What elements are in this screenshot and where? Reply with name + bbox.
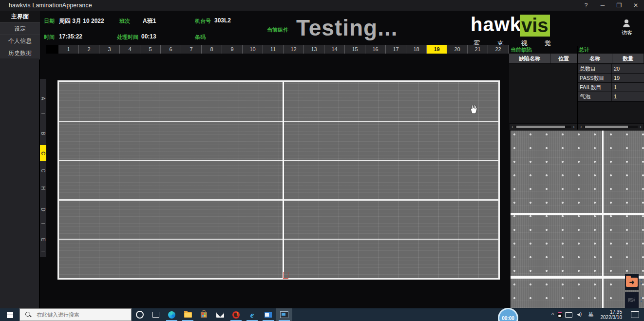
column-tab-9[interactable]: 9: [222, 45, 243, 54]
column-tab-17[interactable]: 17: [386, 45, 406, 54]
row-tab-divider: [41, 113, 45, 114]
sidebar-item-main[interactable]: 主界面: [0, 11, 40, 23]
defect-table-body: [509, 64, 577, 123]
volume-icon[interactable]: [577, 312, 584, 318]
column-tab-20[interactable]: 20: [447, 45, 468, 54]
task-view-icon: [152, 312, 159, 318]
column-tab-12[interactable]: 12: [284, 45, 304, 54]
shift-label: 班次: [119, 18, 130, 25]
column-tab-10[interactable]: 10: [243, 45, 263, 54]
network-icon[interactable]: [565, 312, 572, 318]
scroll-right-arrow[interactable]: ›: [571, 124, 577, 130]
column-tab-2[interactable]: 2: [79, 45, 99, 54]
export-folder-button[interactable]: ➜: [625, 274, 639, 290]
help-button[interactable]: ?: [578, 0, 594, 11]
sidebar-item-history[interactable]: 历史数据: [0, 47, 40, 59]
column-tab-8[interactable]: 8: [202, 45, 222, 54]
taskbar-search[interactable]: [19, 308, 132, 321]
column-tab-22[interactable]: 22: [488, 45, 509, 54]
system-tray: ^ 英 17:35 2022/3/10: [549, 308, 644, 321]
photos-button[interactable]: [260, 308, 276, 321]
sidebar-item-profile[interactable]: 个人信息: [0, 35, 40, 47]
column-tab-16[interactable]: 16: [365, 45, 386, 54]
close-button[interactable]: ✕: [627, 0, 644, 11]
row-tab-divider: [41, 223, 45, 224]
defect-position-column-header[interactable]: 位置: [550, 54, 577, 63]
summary-row-qty: 1: [612, 92, 644, 101]
column-tab-13[interactable]: 13: [304, 45, 324, 54]
file-explorer-button[interactable]: [180, 308, 196, 321]
row-tab-E-6[interactable]: E: [40, 237, 47, 243]
minimize-button[interactable]: ─: [594, 0, 611, 11]
column-tab-5[interactable]: 5: [140, 45, 161, 54]
ime-language-indicator[interactable]: 英: [588, 311, 594, 319]
task-view-button[interactable]: [148, 308, 164, 321]
defect-zoom-preview[interactable]: [511, 131, 644, 308]
summary-table-empty: [578, 102, 644, 123]
column-tab-7[interactable]: 7: [181, 45, 202, 54]
user-avatar-icon[interactable]: [623, 19, 630, 27]
column-tab-11[interactable]: 11: [263, 45, 284, 54]
row-strip-mask-top: [40, 46, 46, 79]
clock-time: 17:35: [610, 309, 622, 315]
camera-off-icon: [627, 297, 636, 303]
sidebar-item-settings[interactable]: 设定: [0, 23, 40, 35]
column-tab-19[interactable]: 19: [427, 45, 447, 54]
column-tab-6[interactable]: 6: [161, 45, 181, 54]
camera-off-button[interactable]: [625, 292, 639, 308]
barcode-label: 条码: [195, 34, 206, 41]
scrollbar-thumb[interactable]: [585, 126, 628, 128]
scrollbar-thumb[interactable]: [516, 126, 565, 128]
row-tab-D-5[interactable]: D: [40, 207, 47, 213]
summary-qty-column-header[interactable]: 数量: [612, 54, 644, 63]
summary-panel-title: 总计: [579, 46, 589, 54]
scroll-left-arrow[interactable]: ‹: [510, 124, 515, 130]
qq-penguin-icon[interactable]: [557, 312, 563, 318]
cortana-icon: [136, 311, 144, 319]
summary-row-name: PASS数目: [578, 74, 612, 82]
logo-vis-badge: vis: [520, 15, 550, 37]
column-tab-15[interactable]: 15: [345, 45, 365, 54]
row-tab-H-4[interactable]: H: [40, 185, 47, 191]
row-tab-C-3[interactable]: C: [40, 168, 47, 174]
mail-button[interactable]: [212, 308, 228, 321]
preview-cell-gap-horizontal: [511, 213, 644, 215]
maximize-button[interactable]: ❐: [611, 0, 627, 11]
hawkvis-app-button[interactable]: [276, 308, 292, 321]
column-tab-18[interactable]: 18: [406, 45, 427, 54]
row-tab-B-1[interactable]: B: [40, 131, 47, 137]
defect-name-column-header[interactable]: 缺陷名称: [509, 54, 550, 63]
defect-panel-title: 当前缺陷: [511, 46, 532, 54]
preview-cell-gap-horizontal: [511, 276, 644, 279]
hidden-icons-chevron[interactable]: ^: [549, 312, 557, 318]
media-app-icon: [232, 311, 240, 319]
machine-value: 303L2: [214, 17, 231, 24]
start-button[interactable]: [0, 308, 19, 321]
cell-row-separator: [59, 239, 498, 240]
store-button[interactable]: [196, 308, 212, 321]
column-tab-21[interactable]: 21: [468, 45, 488, 54]
column-tab-1[interactable]: 1: [58, 45, 79, 54]
cortana-button[interactable]: [132, 308, 148, 321]
defect-table-scrollbar[interactable]: ‹ ›: [510, 124, 577, 130]
search-input[interactable]: [36, 311, 125, 318]
column-tab-4[interactable]: 4: [120, 45, 140, 54]
internet-explorer-button[interactable]: e: [244, 308, 260, 321]
action-center-icon[interactable]: [631, 311, 639, 318]
column-tab-14[interactable]: 14: [324, 45, 345, 54]
process-time-label: 处理时间: [117, 34, 138, 41]
button-grip-dots: [641, 297, 642, 299]
scroll-left-arrow[interactable]: ‹: [578, 124, 584, 130]
taskbar-clock[interactable]: 17:35 2022/3/10: [601, 309, 623, 320]
module-image[interactable]: [57, 80, 500, 280]
titlebar: hawkvis LaminationApperance ? ─ ❐ ✕: [0, 0, 644, 11]
column-tab-3[interactable]: 3: [99, 45, 120, 54]
edge-button[interactable]: [164, 308, 180, 321]
summary-table-scrollbar[interactable]: ‹ ›: [578, 124, 644, 130]
edge-icon: [168, 311, 175, 319]
media-app-button[interactable]: [228, 308, 244, 321]
row-tab-C-2[interactable]: C: [40, 145, 46, 161]
row-tab-A-0[interactable]: A: [40, 95, 47, 102]
summary-name-column-header[interactable]: 名称: [578, 54, 612, 63]
scroll-right-arrow[interactable]: ›: [638, 124, 644, 130]
